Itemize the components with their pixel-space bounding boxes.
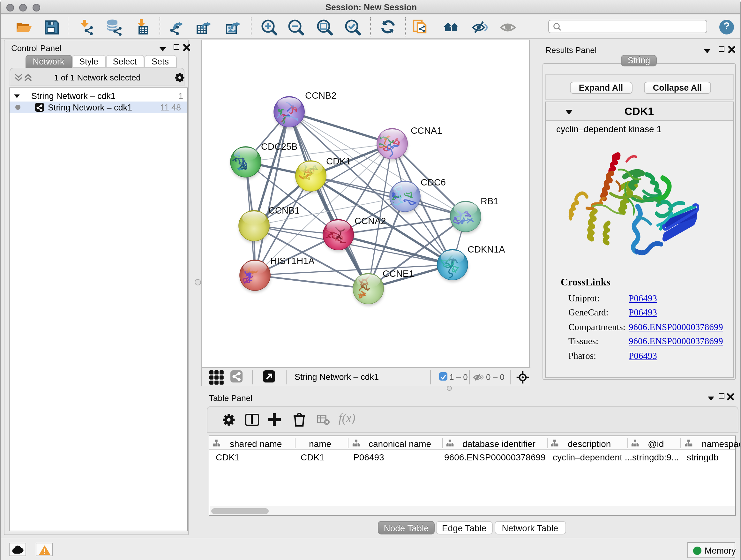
svg-text:CDC6: CDC6 [421,177,446,187]
svg-text:CCNA2: CCNA2 [354,215,386,226]
svg-text:CCNE1: CCNE1 [383,268,414,278]
svg-text:RB1: RB1 [481,196,498,206]
svg-text:CCNB1: CCNB1 [268,205,300,215]
svg-text:CDK1: CDK1 [326,156,351,166]
svg-text:CCNA1: CCNA1 [411,125,442,135]
svg-text:CDKN1A: CDKN1A [468,244,505,254]
svg-text:CCNB2: CCNB2 [305,90,336,100]
svg-text:CDC25B: CDC25B [261,141,297,151]
svg-text:HIST1H1A: HIST1H1A [270,255,315,266]
